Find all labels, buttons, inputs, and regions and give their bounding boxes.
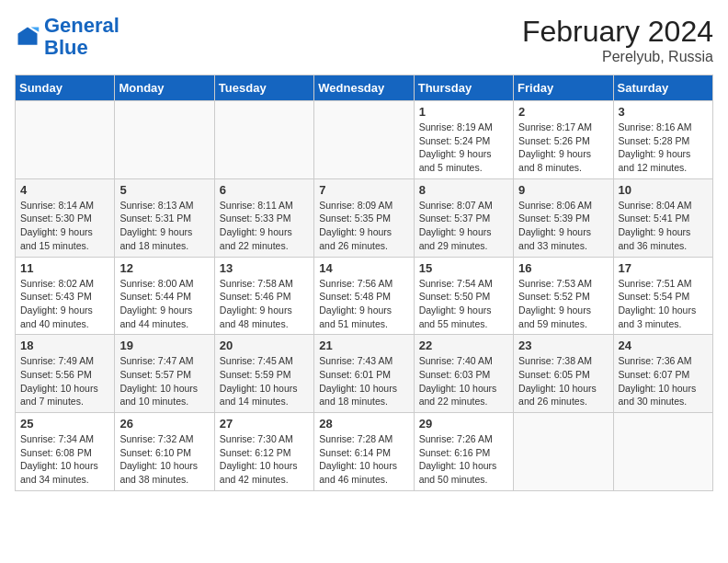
logo: GeneralBlue	[15, 15, 119, 59]
day-number: 13	[220, 261, 309, 275]
calendar-cell: 14Sunrise: 7:56 AM Sunset: 5:48 PM Dayli…	[314, 257, 414, 335]
day-info: Sunrise: 7:43 AM Sunset: 6:01 PM Dayligh…	[319, 354, 408, 408]
title-block: February 2024 Perelyub, Russia	[522, 15, 713, 65]
day-info: Sunrise: 7:30 AM Sunset: 6:12 PM Dayligh…	[220, 432, 309, 487]
day-info: Sunrise: 8:06 AM Sunset: 5:39 PM Dayligh…	[518, 199, 608, 253]
day-number: 22	[419, 339, 508, 352]
day-number: 27	[220, 417, 309, 431]
column-header-thursday: Thursday	[414, 75, 513, 101]
calendar-cell	[214, 101, 313, 179]
page-title: February 2024	[522, 15, 713, 49]
column-header-friday: Friday	[514, 75, 613, 101]
calendar-cell: 3Sunrise: 8:16 AM Sunset: 5:28 PM Daylig…	[613, 101, 712, 179]
day-info: Sunrise: 8:09 AM Sunset: 5:35 PM Dayligh…	[319, 199, 408, 253]
day-number: 19	[119, 339, 209, 352]
day-info: Sunrise: 8:02 AM Sunset: 5:43 PM Dayligh…	[20, 277, 109, 331]
calendar-header-row: SundayMondayTuesdayWednesdayThursdayFrid…	[16, 75, 713, 101]
page-header: GeneralBlue February 2024 Perelyub, Russ…	[15, 15, 713, 65]
calendar-cell	[613, 413, 712, 491]
day-info: Sunrise: 8:17 AM Sunset: 5:26 PM Dayligh…	[518, 121, 608, 175]
calendar-cell: 22Sunrise: 7:40 AM Sunset: 6:03 PM Dayli…	[414, 335, 513, 413]
day-number: 6	[220, 183, 309, 197]
calendar-cell: 7Sunrise: 8:09 AM Sunset: 5:35 PM Daylig…	[314, 178, 414, 257]
calendar-cell	[514, 413, 613, 491]
day-info: Sunrise: 7:32 AM Sunset: 6:10 PM Dayligh…	[119, 432, 209, 487]
day-number: 5	[119, 183, 209, 197]
calendar-cell: 27Sunrise: 7:30 AM Sunset: 6:12 PM Dayli…	[214, 413, 313, 491]
calendar-cell: 5Sunrise: 8:13 AM Sunset: 5:31 PM Daylig…	[115, 178, 214, 257]
calendar-cell: 12Sunrise: 8:00 AM Sunset: 5:44 PM Dayli…	[115, 257, 214, 335]
calendar-cell: 10Sunrise: 8:04 AM Sunset: 5:41 PM Dayli…	[613, 178, 712, 257]
logo-icon	[15, 24, 40, 50]
day-info: Sunrise: 8:11 AM Sunset: 5:33 PM Dayligh…	[220, 199, 309, 253]
calendar-cell: 2Sunrise: 8:17 AM Sunset: 5:26 PM Daylig…	[514, 101, 613, 179]
calendar-cell: 6Sunrise: 8:11 AM Sunset: 5:33 PM Daylig…	[214, 178, 313, 257]
day-number: 24	[619, 339, 708, 352]
day-info: Sunrise: 7:58 AM Sunset: 5:46 PM Dayligh…	[220, 277, 309, 331]
day-number: 11	[20, 261, 109, 275]
calendar-cell: 8Sunrise: 8:07 AM Sunset: 5:37 PM Daylig…	[414, 178, 513, 257]
day-info: Sunrise: 7:54 AM Sunset: 5:50 PM Dayligh…	[419, 277, 508, 331]
day-info: Sunrise: 8:14 AM Sunset: 5:30 PM Dayligh…	[20, 199, 109, 253]
day-number: 14	[319, 261, 408, 275]
day-info: Sunrise: 7:26 AM Sunset: 6:16 PM Dayligh…	[419, 432, 508, 487]
day-number: 23	[518, 339, 608, 352]
day-info: Sunrise: 7:38 AM Sunset: 6:05 PM Dayligh…	[518, 354, 608, 408]
day-info: Sunrise: 7:53 AM Sunset: 5:52 PM Dayligh…	[518, 277, 608, 331]
day-number: 16	[518, 261, 608, 275]
day-info: Sunrise: 8:16 AM Sunset: 5:28 PM Dayligh…	[619, 121, 708, 175]
calendar-cell: 26Sunrise: 7:32 AM Sunset: 6:10 PM Dayli…	[115, 413, 214, 491]
day-info: Sunrise: 7:28 AM Sunset: 6:14 PM Dayligh…	[319, 432, 408, 487]
week-row-5: 25Sunrise: 7:34 AM Sunset: 6:08 PM Dayli…	[16, 413, 713, 491]
day-info: Sunrise: 7:34 AM Sunset: 6:08 PM Dayligh…	[20, 432, 109, 487]
calendar-cell: 28Sunrise: 7:28 AM Sunset: 6:14 PM Dayli…	[314, 413, 414, 491]
day-number: 15	[419, 261, 508, 275]
calendar-body: 1Sunrise: 8:19 AM Sunset: 5:24 PM Daylig…	[16, 101, 713, 491]
day-number: 3	[619, 105, 708, 119]
day-number: 9	[518, 183, 608, 197]
day-number: 29	[419, 417, 508, 431]
day-info: Sunrise: 7:45 AM Sunset: 5:59 PM Dayligh…	[220, 354, 309, 408]
day-number: 4	[20, 183, 109, 197]
day-number: 26	[119, 417, 209, 431]
day-info: Sunrise: 7:49 AM Sunset: 5:56 PM Dayligh…	[20, 354, 109, 408]
day-info: Sunrise: 7:51 AM Sunset: 5:54 PM Dayligh…	[619, 277, 708, 331]
calendar-cell: 24Sunrise: 7:36 AM Sunset: 6:07 PM Dayli…	[613, 335, 712, 413]
day-number: 18	[20, 339, 109, 352]
calendar-cell: 4Sunrise: 8:14 AM Sunset: 5:30 PM Daylig…	[16, 178, 115, 257]
calendar-cell	[115, 101, 214, 179]
calendar-cell: 13Sunrise: 7:58 AM Sunset: 5:46 PM Dayli…	[214, 257, 313, 335]
calendar-cell: 17Sunrise: 7:51 AM Sunset: 5:54 PM Dayli…	[613, 257, 712, 335]
calendar-cell: 16Sunrise: 7:53 AM Sunset: 5:52 PM Dayli…	[514, 257, 613, 335]
week-row-1: 1Sunrise: 8:19 AM Sunset: 5:24 PM Daylig…	[16, 101, 713, 179]
column-header-wednesday: Wednesday	[314, 75, 414, 101]
day-number: 17	[619, 261, 708, 275]
calendar-cell	[314, 101, 414, 179]
calendar-cell: 23Sunrise: 7:38 AM Sunset: 6:05 PM Dayli…	[514, 335, 613, 413]
column-header-saturday: Saturday	[613, 75, 712, 101]
week-row-4: 18Sunrise: 7:49 AM Sunset: 5:56 PM Dayli…	[16, 335, 713, 413]
calendar-cell: 20Sunrise: 7:45 AM Sunset: 5:59 PM Dayli…	[214, 335, 313, 413]
week-row-2: 4Sunrise: 8:14 AM Sunset: 5:30 PM Daylig…	[16, 178, 713, 257]
day-number: 28	[319, 417, 408, 431]
day-info: Sunrise: 8:13 AM Sunset: 5:31 PM Dayligh…	[119, 199, 209, 253]
day-number: 12	[119, 261, 209, 275]
day-info: Sunrise: 7:47 AM Sunset: 5:57 PM Dayligh…	[119, 354, 209, 408]
day-number: 7	[319, 183, 408, 197]
calendar-cell: 19Sunrise: 7:47 AM Sunset: 5:57 PM Dayli…	[115, 335, 214, 413]
column-header-monday: Monday	[115, 75, 214, 101]
calendar-cell	[16, 101, 115, 179]
calendar-cell: 1Sunrise: 8:19 AM Sunset: 5:24 PM Daylig…	[414, 101, 513, 179]
day-number: 20	[220, 339, 309, 352]
column-header-tuesday: Tuesday	[214, 75, 313, 101]
day-number: 1	[419, 105, 508, 119]
day-number: 25	[20, 417, 109, 431]
day-number: 8	[419, 183, 508, 197]
day-info: Sunrise: 7:56 AM Sunset: 5:48 PM Dayligh…	[319, 277, 408, 331]
day-number: 2	[518, 105, 608, 119]
calendar-cell: 11Sunrise: 8:02 AM Sunset: 5:43 PM Dayli…	[16, 257, 115, 335]
column-header-sunday: Sunday	[16, 75, 115, 101]
logo-text: GeneralBlue	[44, 15, 119, 59]
calendar-cell: 18Sunrise: 7:49 AM Sunset: 5:56 PM Dayli…	[16, 335, 115, 413]
page-subtitle: Perelyub, Russia	[522, 49, 713, 65]
